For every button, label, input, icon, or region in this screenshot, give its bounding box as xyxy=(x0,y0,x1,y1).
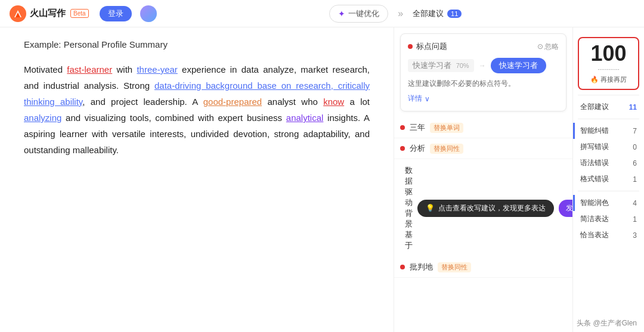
tooltip-row: 数据驱动背景基于 💡 点击查看改写建议，发现更多表达 发现更多表达 2 xyxy=(394,159,572,257)
score-action: 🔥 再接再厉 xyxy=(585,75,632,84)
word-three-year[interactable]: three-year xyxy=(137,64,177,75)
watermark: 头条 @生产者Glen xyxy=(577,318,637,328)
suggestion-original-row: 快速学习者 70% → 快速学习者 xyxy=(408,58,559,73)
login-button[interactable]: 登录 xyxy=(100,6,132,21)
count: 1 xyxy=(633,215,637,224)
sidebar-divider2 xyxy=(578,119,639,119)
label: 智能纠错 xyxy=(580,126,609,136)
score-action-label: 再接再厉 xyxy=(600,75,627,84)
word-know[interactable]: know xyxy=(323,97,344,107)
editor-area: Example: Personal Profile Summary Motiva… xyxy=(0,27,394,332)
navbar: 火山写作 Beta 登录 ✦ 一键优化 » 全部建议 11 xyxy=(0,0,644,27)
ignore-button[interactable]: ⊙ 忽略 xyxy=(537,42,559,52)
sidebar-zhineng-runse[interactable]: 智能润色 4 xyxy=(573,195,644,211)
ignore-label: 忽略 xyxy=(544,42,559,52)
word-analyzing[interactable]: analyzing xyxy=(24,113,61,123)
discover-button[interactable]: 发现更多表达 2 xyxy=(559,200,572,217)
logo-icon xyxy=(10,5,26,22)
count: 0 xyxy=(633,143,637,151)
sidebar-all-suggestions[interactable]: 全部建议 11 xyxy=(573,99,644,115)
avatar-button[interactable] xyxy=(140,5,157,22)
doc-content[interactable]: Motivated fast-learner with three-year e… xyxy=(24,61,370,158)
card-header: 标点问题 ⊙ 忽略 xyxy=(408,41,559,52)
all-count: 11 xyxy=(629,103,637,111)
type-label: 标点问题 xyxy=(416,41,447,52)
original-text: 快速学习者 70% xyxy=(408,59,474,72)
item-label-fenxi: 分析 xyxy=(410,143,425,154)
count: 3 xyxy=(633,231,637,240)
expand-button[interactable]: » xyxy=(395,6,405,21)
detail-link[interactable]: 详情 ∨ xyxy=(408,94,559,104)
detail-label: 详情 xyxy=(408,94,422,104)
right-sidebar: 100 ············ 🔥 再接再厉 全部建议 11 智能纠错 7 拼… xyxy=(572,27,644,332)
count: 4 xyxy=(633,199,637,207)
optimize-label: 一键优化 xyxy=(348,8,379,19)
phrase-data-driving[interactable]: data-driving background base on research… xyxy=(24,80,370,107)
sidebar-divider3 xyxy=(578,191,639,191)
all-suggestions-text: 全部建议 xyxy=(413,8,444,19)
sidebar-divider xyxy=(578,95,639,95)
count: 6 xyxy=(633,159,637,167)
score-sub: ············ xyxy=(585,66,632,73)
bulb-icon: 💡 xyxy=(426,204,435,212)
suggestion-type: 标点问题 xyxy=(408,41,447,52)
suggestion-card: 标点问题 ⊙ 忽略 快速学习者 70% → 快速学习者 这里建议删除不必要的标点… xyxy=(400,33,566,111)
fire-icon: 🔥 xyxy=(590,76,599,83)
label: 拼写错误 xyxy=(580,142,609,152)
tooltip-bubble: 💡 点击查看改写建议，发现更多表达 xyxy=(417,200,554,217)
ignore-circle-icon: ⊙ xyxy=(537,42,543,51)
navbar-center: ✦ 一键优化 » 全部建议 11 xyxy=(157,5,634,23)
suggestions-count-badge: 11 xyxy=(447,10,462,18)
item-label-sannian: 三年 xyxy=(410,122,425,133)
suggested-text[interactable]: 快速学习者 xyxy=(491,58,546,73)
suggestion-item-pipan[interactable]: 批判地 替换同性 xyxy=(394,257,572,278)
label: 智能润色 xyxy=(580,198,609,208)
main-content: Example: Personal Profile Summary Motiva… xyxy=(0,27,644,332)
logo-area: 火山写作 Beta 登录 xyxy=(10,5,157,22)
discover-label: 发现更多表达 xyxy=(566,203,572,213)
optimize-button[interactable]: ✦ 一键优化 xyxy=(329,5,388,23)
doc-title: Example: Personal Profile Summary xyxy=(24,39,370,49)
dot-red-icon2 xyxy=(400,146,405,151)
label: 简洁表达 xyxy=(580,214,609,224)
suggestion-item-sannian[interactable]: 三年 替换单词 xyxy=(394,117,572,138)
sidebar-yufa-cuowu[interactable]: 语法错误 6 xyxy=(573,155,644,171)
suggestions-label-area: 全部建议 11 xyxy=(413,8,462,19)
arrow-icon: → xyxy=(479,61,486,70)
word-analytical[interactable]: analytical xyxy=(286,113,324,123)
count: 7 xyxy=(633,127,637,135)
sidebar-pinxie-cuowu[interactable]: 拼写错误 0 xyxy=(573,139,644,155)
suggestion-description: 这里建议删除不必要的标点符号。 xyxy=(408,78,559,89)
word-fast-learner[interactable]: fast-learner xyxy=(67,64,112,75)
original-score: 70% xyxy=(456,62,469,69)
dot-red-icon xyxy=(400,125,405,130)
original-word: 快速学习者 xyxy=(413,61,451,70)
dot-red-icon3 xyxy=(400,265,405,269)
sidebar-zhineng-jiucuo[interactable]: 智能纠错 7 xyxy=(573,123,644,139)
doc-paragraph: Motivated fast-learner with three-year e… xyxy=(24,61,370,158)
beta-badge: Beta xyxy=(70,9,89,18)
word-good-prepared[interactable]: good-prepared xyxy=(203,97,262,107)
label: 语法错误 xyxy=(580,158,609,168)
suggestion-item-fenxi[interactable]: 分析 替换同性 xyxy=(394,138,572,159)
tooltip-text: 点击查看改写建议，发现更多表达 xyxy=(438,203,546,213)
app-name: 火山写作 xyxy=(30,8,66,19)
item-tag-fenxi: 替换同性 xyxy=(430,144,463,154)
dot-icon xyxy=(408,44,413,49)
sidebar-geshi-cuowu[interactable]: 格式错误 1 xyxy=(573,171,644,187)
suggestion-panel: 标点问题 ⊙ 忽略 快速学习者 70% → 快速学习者 这里建议删除不必要的标点… xyxy=(394,27,572,332)
label: 格式错误 xyxy=(580,174,609,184)
item-label-pipan: 批判地 xyxy=(410,262,433,272)
chevron-down-icon: ∨ xyxy=(425,95,430,103)
item-tag-pipan: 替换同性 xyxy=(438,262,471,272)
all-label: 全部建议 xyxy=(580,102,609,112)
count: 1 xyxy=(633,175,637,184)
label: 恰当表达 xyxy=(580,230,609,240)
sidebar-jianjie-biaoda[interactable]: 简洁表达 1 xyxy=(573,211,644,227)
score-number: 100 xyxy=(585,43,632,64)
tooltip-label: 数据驱动背景基于 xyxy=(405,165,413,251)
spark-icon: ✦ xyxy=(338,9,345,18)
score-card: 100 ············ 🔥 再接再厉 xyxy=(578,37,639,90)
sidebar-qiadang-biaoda[interactable]: 恰当表达 3 xyxy=(573,227,644,243)
item-tag-sannian: 替换单词 xyxy=(430,123,463,133)
